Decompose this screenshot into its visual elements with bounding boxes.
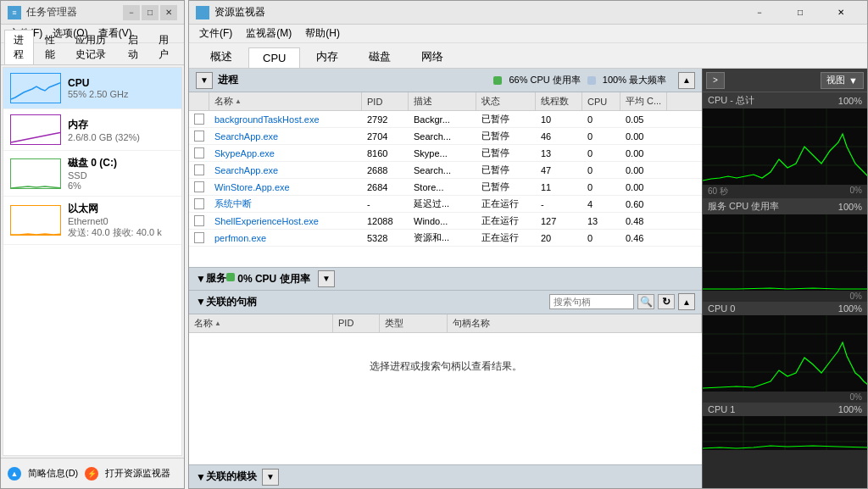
sidebar-item-cpu[interactable]: CPU 55% 2.50 GHz [3,68,181,109]
rm-menu-file[interactable]: 文件(F) [192,25,239,42]
service-section-header[interactable]: ▼ 服务 0% CPU 使用率 ▼ [189,267,702,291]
row-checkbox[interactable] [189,230,209,246]
row-name: SkypeApp.exe [209,145,362,161]
process-table-header: 名称▲ PID 描述 状态 线程数 CPU 平均 C... [189,92,702,111]
rm-maximize-button[interactable]: □ [781,1,820,25]
sidebar-item-disk[interactable]: 磁盘 0 (C:) SSD6% [3,151,181,197]
table-row[interactable]: SearchApp.exe 2704 Search... 已暂停 46 0 0.… [189,128,702,145]
rm-minimize-button[interactable]: － [740,1,779,25]
row-pid: 5328 [362,230,409,246]
table-row[interactable]: perfmon.exe 5328 资源和... 正在运行 20 0 0.46 [189,230,702,247]
graph-view-button[interactable]: 视图 ▼ [821,72,864,89]
row-checkbox[interactable] [189,162,209,178]
handles-search-input[interactable] [549,294,634,309]
open-monitor-label[interactable]: 打开资源监视器 [105,467,170,480]
table-row[interactable]: backgroundTaskHost.exe 2792 Backgr... 已暂… [189,111,702,128]
sidebar-item-network[interactable]: 以太网 Ethernet0发送: 40.0 接收: 40.0 k [3,197,181,245]
maximize-button[interactable]: □ [142,5,159,20]
row-avg-cpu: 0.46 [620,230,667,246]
graph-service-cpu-bottom: 0% [703,291,867,302]
process-section-header[interactable]: ▼ 进程 66% CPU 使用率 100% 最大频率 ▲ [189,69,702,92]
tab-startup[interactable]: 启动 [119,30,148,64]
handles-table-header: 名称 ▲ PID 类型 句柄名称 [189,314,702,333]
row-checkbox[interactable] [189,145,209,161]
rm-tab-cpu[interactable]: CPU [248,47,300,68]
rm-menu-help[interactable]: 帮助(H) [298,25,347,42]
graph-cpu-total-canvas [703,108,867,185]
cpu-usage-indicator [493,76,502,85]
hth-name[interactable]: 名称 ▲ [189,314,333,332]
row-desc: 延迟过... [409,196,476,212]
row-status: 已暂停 [476,162,536,178]
performance-sidebar: CPU 55% 2.50 GHz 内存 2.6/8.0 GB (32%) [3,67,182,456]
row-avg-cpu: 0.00 [620,128,667,144]
modules-section-header[interactable]: ▼ 关联的模块 ▼ [189,464,702,488]
brief-info-icon[interactable]: ▲ [8,467,21,481]
th-status[interactable]: 状态 [476,92,536,110]
row-status: 正在运行 [476,213,536,229]
table-row[interactable]: 系统中断 - 延迟过... 正在运行 - 4 0.60 [189,196,702,213]
handles-collapse-btn[interactable]: ▲ [678,293,695,310]
row-cpu: 0 [582,128,620,144]
row-cpu: 0 [582,162,620,178]
open-monitor-icon[interactable]: ⚡ [85,467,98,481]
tab-process[interactable]: 进程 [4,30,34,64]
th-desc[interactable]: 描述 [409,92,476,110]
row-checkbox[interactable] [189,128,209,144]
rm-menu-monitor[interactable]: 监视器(M) [239,25,298,42]
rm-window-controls: － □ ✕ [740,1,860,25]
row-pid: 8160 [362,145,409,161]
tab-users[interactable]: 用户 [149,30,179,64]
row-status: 正在运行 [476,230,536,246]
memory-sidebar-title: 内存 [68,118,140,132]
rm-tab-disk[interactable]: 磁盘 [354,45,405,68]
hth-handle-name[interactable]: 句柄名称 [448,314,702,332]
graph-nav-button[interactable]: > [706,72,725,89]
close-button[interactable]: ✕ [160,5,177,20]
hth-pid[interactable]: PID [333,314,380,332]
row-avg-cpu: 0.05 [620,111,667,127]
table-row[interactable]: ShellExperienceHost.exe 12088 Windo... 正… [189,213,702,230]
graph-cpu1-label: CPU 1 100% [703,403,867,416]
th-cpu[interactable]: CPU [582,92,620,110]
process-expand-btn[interactable]: ▼ [196,72,213,89]
resource-monitor-title: 资源监视器 [214,5,265,19]
row-checkbox[interactable] [189,179,209,195]
hth-type[interactable]: 类型 [380,314,448,332]
modules-expand-btn[interactable]: ▼ [196,471,206,483]
cpu-sidebar-subtitle: 55% 2.50 GHz [68,89,129,99]
row-pid: 2792 [362,111,409,127]
tab-performance[interactable]: 性能 [36,30,65,64]
modules-collapse-btn[interactable]: ▼ [262,469,279,486]
th-threads[interactable]: 线程数 [536,92,582,110]
table-row[interactable]: SearchApp.exe 2688 Search... 已暂停 47 0 0.… [189,162,702,179]
rm-tab-memory[interactable]: 内存 [302,45,353,68]
th-name[interactable]: 名称▲ [209,92,362,110]
service-collapse-btn[interactable]: ▼ [318,270,335,287]
handles-search-button[interactable]: 🔍 [637,294,654,309]
tab-app-history[interactable]: 应用历史记录 [66,30,117,64]
rm-tab-network[interactable]: 网络 [407,45,458,68]
row-checkbox[interactable] [189,111,209,127]
th-pid[interactable]: PID [362,92,409,110]
service-section-title: 服务 [206,271,226,286]
rm-tab-overview[interactable]: 概述 [196,45,247,68]
row-avg-cpu: 0.00 [620,179,667,195]
graph-cpu-total-label: CPU - 总计 100% [703,92,867,108]
row-desc: Search... [409,128,476,144]
handles-expand-btn[interactable]: ▼ [196,296,206,308]
table-row[interactable]: WinStore.App.exe 2684 Store... 已暂停 11 0 … [189,179,702,196]
service-expand-btn[interactable]: ▼ [196,273,206,285]
handles-refresh-button[interactable]: ↻ [658,294,675,309]
row-checkbox[interactable] [189,213,209,229]
minimize-button[interactable]: － [123,5,140,20]
sidebar-item-memory[interactable]: 内存 2.6/8.0 GB (32%) [3,109,181,151]
table-row[interactable]: SkypeApp.exe 8160 Skype... 已暂停 13 0 0.00 [189,145,702,162]
th-checkbox [189,92,209,110]
row-checkbox[interactable] [189,196,209,212]
network-sidebar-info: 以太网 Ethernet0发送: 40.0 接收: 40.0 k [68,202,162,239]
th-avg-cpu[interactable]: 平均 C... [620,92,667,110]
rm-close-button[interactable]: ✕ [821,1,860,25]
process-collapse-btn[interactable]: ▲ [678,72,695,89]
brief-info-label[interactable]: 简略信息(D) [28,467,78,480]
